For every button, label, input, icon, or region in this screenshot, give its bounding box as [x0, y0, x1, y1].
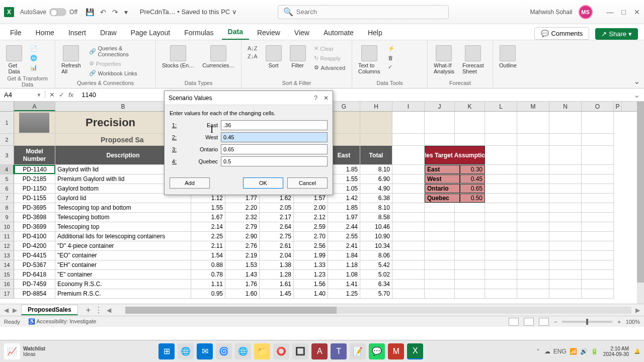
field-input-ontario[interactable] [221, 144, 328, 154]
cell[interactable]: 1.43 [225, 270, 260, 279]
remove-dup-icon[interactable]: 🗑 [386, 54, 397, 62]
onedrive-icon[interactable]: ☁ [544, 348, 550, 355]
zoom-slider[interactable] [562, 321, 612, 323]
cell[interactable]: 1.40 [294, 289, 328, 298]
select-all-corner[interactable] [0, 102, 14, 111]
chrome-icon[interactable]: 🌐 [178, 343, 194, 359]
minimize-icon[interactable]: — [607, 8, 614, 16]
add-sheet-icon[interactable]: + [86, 306, 91, 315]
cell[interactable]: 2.44 [328, 222, 360, 231]
cell[interactable]: 1.67 [191, 213, 225, 222]
cell[interactable]: 2.19 [225, 251, 260, 260]
row-header[interactable]: 17 [0, 289, 14, 299]
user-avatar[interactable]: MS [579, 5, 593, 19]
accessibility-status[interactable]: ♿ Accessibility: Investigate [28, 318, 97, 325]
cell-desc[interactable]: Telescoping top [55, 222, 191, 231]
cell[interactable]: 8.58 [360, 213, 392, 222]
cell-desc[interactable]: Additional lids for telescoping containe… [55, 232, 191, 241]
workbook-links-button[interactable]: 🔗 Workbook Links [87, 69, 151, 77]
cell[interactable]: 1.23 [294, 270, 328, 279]
cell-desc[interactable]: Premium R.S.C. [55, 289, 191, 298]
cell-model[interactable]: PD-6418 [14, 270, 55, 279]
tab-review[interactable]: Review [251, 26, 286, 40]
cell[interactable]: 1.28 [260, 270, 294, 279]
cell-model[interactable]: PD-1155 [14, 194, 55, 203]
cell[interactable]: 1.97 [328, 213, 360, 222]
forecast-sheet-button[interactable]: Forecast Sheet [460, 44, 486, 75]
cell-model[interactable]: PD-1150 [14, 184, 55, 193]
row-header[interactable]: 7 [0, 194, 14, 203]
row-header[interactable]: 13 [0, 251, 14, 260]
share-button[interactable]: ↗ Share ▾ [595, 28, 638, 40]
cell-desc[interactable]: "EH" container [55, 260, 191, 269]
help-icon[interactable]: ? [314, 95, 317, 102]
widget-icon[interactable]: 📈 [4, 343, 20, 359]
cell[interactable]: 2.76 [225, 241, 260, 250]
teams-icon[interactable]: T [331, 343, 347, 359]
autosave-switch[interactable] [49, 8, 66, 16]
cell[interactable]: 1.76 [225, 280, 260, 289]
cell[interactable]: 2.70 [294, 232, 328, 241]
explorer-icon[interactable]: 📁 [254, 343, 270, 359]
battery-icon[interactable]: 🔋 [591, 348, 598, 355]
col-header-A[interactable]: A [14, 102, 55, 111]
sheet-tab-menu-icon[interactable]: ⋮ [95, 305, 103, 315]
from-table-icon[interactable]: 📊 [28, 63, 39, 72]
save-icon[interactable]: 💾 [86, 8, 94, 16]
row-header[interactable]: 10 [0, 222, 14, 232]
cell[interactable]: 5.42 [360, 260, 392, 269]
cell[interactable]: 2.25 [191, 232, 225, 241]
cell[interactable]: 2.32 [225, 213, 260, 222]
access-icon[interactable]: A [311, 343, 328, 359]
hscroll-left-icon[interactable]: ◀ [107, 307, 111, 314]
cell[interactable]: 2.79 [225, 222, 260, 231]
cell[interactable]: 1.41 [328, 280, 360, 289]
from-text-icon[interactable]: 📄 [28, 44, 39, 53]
cell-model[interactable]: PD-5367 [14, 260, 55, 269]
tab-insert[interactable]: Insert [62, 26, 92, 40]
search-input[interactable] [296, 8, 443, 16]
table-row[interactable]: PD-8854 Premium R.S.C. 0.95 1.60 1.45 1.… [14, 289, 614, 299]
zoom-out-icon[interactable]: − [554, 319, 557, 325]
cell[interactable]: 2.90 [225, 232, 260, 241]
sheet-nav-next-icon[interactable]: ▶ [13, 307, 17, 314]
expand-formula-icon[interactable]: ⌄ [629, 90, 644, 100]
cell-model[interactable]: PD-3695 [14, 203, 55, 212]
field-input-quebec[interactable] [221, 156, 328, 166]
currencies-button[interactable]: Currencies… [200, 44, 236, 69]
tab-formulas[interactable]: Formulas [178, 26, 219, 40]
row-header[interactable]: 8 [0, 203, 14, 213]
excel-taskbar-icon[interactable]: X [407, 343, 423, 359]
col-header-O[interactable]: O [582, 102, 614, 111]
horizontal-scrollbar[interactable] [125, 307, 631, 314]
hscroll-right-icon[interactable]: ▶ [635, 307, 640, 314]
autosave-toggle[interactable]: AutoSave Off [20, 8, 77, 16]
cell[interactable]: 2.17 [260, 213, 294, 222]
edge-icon[interactable]: 🌀 [216, 343, 232, 359]
stocks-button[interactable]: Stocks (En… [160, 44, 196, 69]
row-header-2[interactable]: 2 [0, 134, 14, 146]
page-layout-view-icon[interactable] [524, 318, 534, 326]
cell[interactable]: 8.10 [360, 203, 392, 212]
cell[interactable]: 1.25 [328, 289, 360, 298]
advanced-button[interactable]: ⚙ Advanced [312, 63, 348, 72]
cell[interactable]: 0.95 [191, 289, 225, 298]
cell[interactable]: 1.45 [260, 289, 294, 298]
cell[interactable]: 1.54 [191, 251, 225, 260]
tray-chevron-icon[interactable]: ˄ [537, 348, 539, 354]
text-to-columns-button[interactable]: Text to Columns [356, 44, 382, 75]
cell[interactable]: 2.59 [294, 222, 328, 231]
col-header-N[interactable]: N [549, 102, 582, 111]
cell[interactable]: 4.90 [360, 184, 392, 193]
maximize-icon[interactable]: □ [622, 8, 626, 16]
row-header[interactable]: 12 [0, 241, 14, 251]
whatsapp-icon[interactable]: 💬 [369, 343, 385, 359]
filter-button[interactable]: Filter [288, 44, 308, 69]
sort-za-icon[interactable]: Z↓A [246, 52, 260, 60]
col-header-I[interactable]: I [392, 102, 425, 111]
enter-formula-icon[interactable]: ✓ [59, 91, 64, 99]
fx-icon[interactable]: fx [68, 91, 73, 99]
cell[interactable]: 1.56 [294, 280, 328, 289]
cell[interactable]: 2.64 [260, 222, 294, 231]
data-validation-icon[interactable]: ✓ [386, 63, 397, 71]
